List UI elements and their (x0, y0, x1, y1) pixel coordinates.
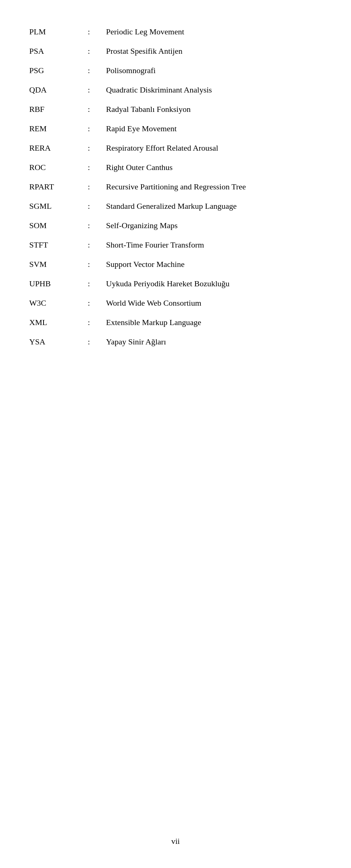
table-row: ROC:Right Outer Canthus (29, 158, 322, 177)
table-row: RBF:Radyal Tabanlı Fonksiyon (29, 99, 322, 119)
table-row: RPART:Recursive Partitioning and Regress… (29, 177, 322, 196)
abbreviation-term: STFT (29, 235, 88, 254)
abbreviation-colon: : (88, 254, 106, 274)
table-row: SGML:Standard Generalized Markup Languag… (29, 196, 322, 216)
abbreviation-term: XML (29, 313, 88, 332)
table-row: RERA:Respiratory Effort Related Arousal (29, 138, 322, 158)
abbreviation-colon: : (88, 235, 106, 254)
abbreviation-definition: World Wide Web Consortium (106, 293, 322, 313)
table-row: STFT:Short-Time Fourier Transform (29, 235, 322, 254)
abbreviation-definition: Short-Time Fourier Transform (106, 235, 322, 254)
abbreviation-definition: Rapid Eye Movement (106, 119, 322, 138)
abbreviation-term: RBF (29, 99, 88, 119)
table-row: YSA:Yapay Sinir Ağları (29, 332, 322, 351)
abbreviation-definition: Uykuda Periyodik Hareket Bozukluğu (106, 274, 322, 293)
abbreviation-term: YSA (29, 332, 88, 351)
table-row: UPHB:Uykuda Periyodik Hareket Bozukluğu (29, 274, 322, 293)
abbreviation-definition: Right Outer Canthus (106, 158, 322, 177)
table-row: XML:Extensible Markup Language (29, 313, 322, 332)
abbreviation-term: W3C (29, 293, 88, 313)
abbreviation-term: SOM (29, 216, 88, 235)
abbreviation-definition: Support Vector Machine (106, 254, 322, 274)
page-number: vii (171, 837, 180, 846)
table-row: PLM:Periodic Leg Movement (29, 22, 322, 41)
table-row: SOM:Self-Organizing Maps (29, 216, 322, 235)
abbreviation-definition: Radyal Tabanlı Fonksiyon (106, 99, 322, 119)
abbreviation-definition: Respiratory Effort Related Arousal (106, 138, 322, 158)
abbreviation-colon: : (88, 177, 106, 196)
abbreviation-colon: : (88, 138, 106, 158)
abbreviation-table: PLM:Periodic Leg MovementPSA:Prostat Spe… (29, 22, 322, 351)
page-container: PLM:Periodic Leg MovementPSA:Prostat Spe… (0, 0, 351, 868)
table-row: QDA:Quadratic Diskriminant Analysis (29, 80, 322, 99)
abbreviation-colon: : (88, 119, 106, 138)
abbreviation-term: SGML (29, 196, 88, 216)
abbreviation-definition: Extensible Markup Language (106, 313, 322, 332)
abbreviation-term: UPHB (29, 274, 88, 293)
table-row: REM:Rapid Eye Movement (29, 119, 322, 138)
abbreviation-colon: : (88, 332, 106, 351)
table-row: SVM:Support Vector Machine (29, 254, 322, 274)
abbreviation-definition: Yapay Sinir Ağları (106, 332, 322, 351)
abbreviation-colon: : (88, 61, 106, 80)
abbreviation-definition: Standard Generalized Markup Language (106, 196, 322, 216)
table-row: PSG:Polisomnografi (29, 61, 322, 80)
abbreviation-colon: : (88, 158, 106, 177)
table-row: PSA:Prostat Spesifik Antijen (29, 41, 322, 61)
abbreviation-colon: : (88, 99, 106, 119)
abbreviation-colon: : (88, 274, 106, 293)
abbreviation-definition: Quadratic Diskriminant Analysis (106, 80, 322, 99)
abbreviation-term: RERA (29, 138, 88, 158)
abbreviation-term: SVM (29, 254, 88, 274)
abbreviation-definition: Self-Organizing Maps (106, 216, 322, 235)
abbreviation-colon: : (88, 196, 106, 216)
abbreviation-colon: : (88, 293, 106, 313)
abbreviation-colon: : (88, 80, 106, 99)
abbreviation-term: RPART (29, 177, 88, 196)
abbreviation-definition: Prostat Spesifik Antijen (106, 41, 322, 61)
table-row: W3C:World Wide Web Consortium (29, 293, 322, 313)
abbreviation-term: ROC (29, 158, 88, 177)
page-number-container: vii (0, 837, 351, 846)
abbreviation-definition: Recursive Partitioning and Regression Tr… (106, 177, 322, 196)
abbreviation-colon: : (88, 313, 106, 332)
abbreviation-term: QDA (29, 80, 88, 99)
abbreviation-term: PSA (29, 41, 88, 61)
abbreviation-term: PLM (29, 22, 88, 41)
abbreviation-definition: Polisomnografi (106, 61, 322, 80)
abbreviation-term: REM (29, 119, 88, 138)
abbreviation-definition: Periodic Leg Movement (106, 22, 322, 41)
abbreviation-colon: : (88, 216, 106, 235)
abbreviation-colon: : (88, 41, 106, 61)
abbreviation-term: PSG (29, 61, 88, 80)
abbreviation-colon: : (88, 22, 106, 41)
